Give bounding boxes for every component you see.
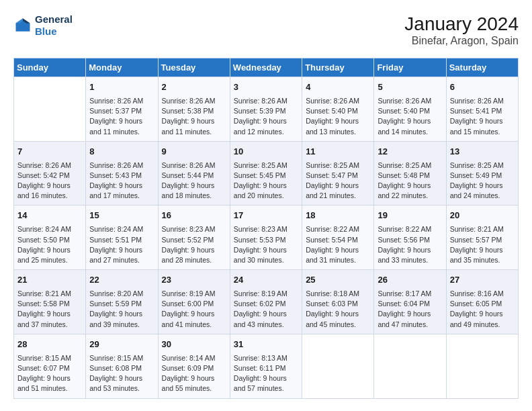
- calendar-day-cell: 31Sunrise: 8:13 AMSunset: 6:11 PMDayligh…: [230, 334, 302, 398]
- calendar-day-cell: 9Sunrise: 8:26 AMSunset: 5:44 PMDaylight…: [158, 141, 230, 205]
- day-info: Sunrise: 8:26 AMSunset: 5:42 PMDaylight:…: [17, 161, 82, 201]
- calendar-day-cell: 21Sunrise: 8:21 AMSunset: 5:58 PMDayligh…: [14, 270, 86, 334]
- day-info: Sunrise: 8:20 AMSunset: 5:59 PMDaylight:…: [89, 289, 154, 330]
- day-info: Sunrise: 8:26 AMSunset: 5:38 PMDaylight:…: [162, 96, 226, 137]
- calendar-day-cell: 20Sunrise: 8:21 AMSunset: 5:57 PMDayligh…: [446, 205, 518, 270]
- calendar-day-cell: 19Sunrise: 8:22 AMSunset: 5:56 PMDayligh…: [374, 205, 446, 270]
- calendar-day-cell: 8Sunrise: 8:26 AMSunset: 5:43 PMDaylight…: [86, 141, 158, 205]
- day-number: 22: [89, 274, 154, 287]
- calendar-day-cell: 7Sunrise: 8:26 AMSunset: 5:42 PMDaylight…: [14, 141, 86, 205]
- day-number: 6: [450, 81, 515, 94]
- day-info: Sunrise: 8:25 AMSunset: 5:48 PMDaylight:…: [378, 161, 442, 201]
- calendar-day-cell: 10Sunrise: 8:25 AMSunset: 5:45 PMDayligh…: [230, 141, 302, 205]
- day-number: 13: [450, 146, 515, 158]
- day-info: Sunrise: 8:15 AMSunset: 6:08 PMDaylight:…: [89, 353, 154, 394]
- day-info: Sunrise: 8:23 AMSunset: 5:52 PMDaylight:…: [162, 224, 226, 265]
- calendar-week-row: 7Sunrise: 8:26 AMSunset: 5:42 PMDaylight…: [14, 141, 519, 205]
- calendar-day-cell: 22Sunrise: 8:20 AMSunset: 5:59 PMDayligh…: [86, 270, 158, 334]
- day-number: 2: [162, 81, 226, 94]
- logo-icon: [13, 16, 32, 35]
- day-number: 29: [89, 338, 154, 351]
- day-info: Sunrise: 8:26 AMSunset: 5:37 PMDaylight:…: [89, 96, 154, 137]
- weekday-header: Monday: [86, 58, 158, 77]
- day-info: Sunrise: 8:26 AMSunset: 5:40 PMDaylight:…: [306, 96, 370, 137]
- calendar-day-cell: 6Sunrise: 8:26 AMSunset: 5:41 PMDaylight…: [446, 77, 518, 142]
- calendar-day-cell: 11Sunrise: 8:25 AMSunset: 5:47 PMDayligh…: [302, 141, 374, 205]
- day-info: Sunrise: 8:18 AMSunset: 6:03 PMDaylight:…: [306, 289, 370, 330]
- calendar-day-cell: [14, 77, 86, 142]
- weekday-header: Wednesday: [230, 58, 302, 77]
- day-number: 28: [17, 338, 82, 351]
- day-number: 21: [17, 274, 82, 287]
- day-number: 18: [306, 210, 370, 222]
- calendar-day-cell: 30Sunrise: 8:14 AMSunset: 6:09 PMDayligh…: [158, 334, 230, 398]
- day-info: Sunrise: 8:26 AMSunset: 5:43 PMDaylight:…: [89, 161, 154, 201]
- calendar-week-row: 21Sunrise: 8:21 AMSunset: 5:58 PMDayligh…: [14, 270, 519, 334]
- calendar-day-cell: 16Sunrise: 8:23 AMSunset: 5:52 PMDayligh…: [158, 205, 230, 270]
- calendar-day-cell: 27Sunrise: 8:16 AMSunset: 6:05 PMDayligh…: [446, 270, 518, 334]
- day-info: Sunrise: 8:26 AMSunset: 5:40 PMDaylight:…: [378, 96, 442, 137]
- weekday-header: Tuesday: [158, 58, 230, 77]
- page-title: January 2024: [404, 13, 519, 35]
- logo: General Blue: [13, 13, 73, 38]
- day-number: 7: [17, 146, 82, 158]
- calendar-day-cell: 25Sunrise: 8:18 AMSunset: 6:03 PMDayligh…: [302, 270, 374, 334]
- page-subtitle: Binefar, Aragon, Spain: [404, 35, 519, 47]
- day-number: 10: [234, 146, 298, 158]
- calendar-week-row: 14Sunrise: 8:24 AMSunset: 5:50 PMDayligh…: [14, 205, 519, 270]
- day-number: 14: [17, 210, 82, 222]
- day-info: Sunrise: 8:26 AMSunset: 5:39 PMDaylight:…: [234, 96, 298, 137]
- calendar-day-cell: [446, 334, 518, 398]
- day-info: Sunrise: 8:26 AMSunset: 5:41 PMDaylight:…: [450, 96, 515, 137]
- calendar-day-cell: [302, 334, 374, 398]
- day-number: 27: [450, 274, 515, 287]
- title-block: January 2024 Binefar, Aragon, Spain: [404, 13, 519, 47]
- day-number: 24: [234, 274, 298, 287]
- calendar-day-cell: 17Sunrise: 8:23 AMSunset: 5:53 PMDayligh…: [230, 205, 302, 270]
- calendar-table: SundayMondayTuesdayWednesdayThursdayFrid…: [13, 58, 519, 399]
- calendar-day-cell: 28Sunrise: 8:15 AMSunset: 6:07 PMDayligh…: [14, 334, 86, 398]
- day-info: Sunrise: 8:17 AMSunset: 6:04 PMDaylight:…: [378, 289, 442, 330]
- day-number: 15: [89, 210, 154, 222]
- day-number: 8: [89, 146, 154, 158]
- day-info: Sunrise: 8:14 AMSunset: 6:09 PMDaylight:…: [162, 353, 226, 394]
- day-info: Sunrise: 8:26 AMSunset: 5:44 PMDaylight:…: [162, 161, 226, 201]
- calendar-day-cell: 5Sunrise: 8:26 AMSunset: 5:40 PMDaylight…: [374, 77, 446, 142]
- day-number: 1: [89, 81, 154, 94]
- logo-text: General Blue: [35, 13, 73, 38]
- day-info: Sunrise: 8:15 AMSunset: 6:07 PMDaylight:…: [17, 353, 82, 394]
- weekday-header: Thursday: [302, 58, 374, 77]
- day-number: 11: [306, 146, 370, 158]
- day-number: 31: [234, 338, 298, 351]
- calendar-day-cell: 1Sunrise: 8:26 AMSunset: 5:37 PMDaylight…: [86, 77, 158, 142]
- day-info: Sunrise: 8:24 AMSunset: 5:51 PMDaylight:…: [89, 224, 154, 265]
- calendar-day-cell: 12Sunrise: 8:25 AMSunset: 5:48 PMDayligh…: [374, 141, 446, 205]
- calendar-week-row: 1Sunrise: 8:26 AMSunset: 5:37 PMDaylight…: [14, 77, 519, 142]
- calendar-day-cell: 15Sunrise: 8:24 AMSunset: 5:51 PMDayligh…: [86, 205, 158, 270]
- day-number: 17: [234, 210, 298, 222]
- calendar-day-cell: 14Sunrise: 8:24 AMSunset: 5:50 PMDayligh…: [14, 205, 86, 270]
- day-number: 5: [378, 81, 442, 94]
- day-info: Sunrise: 8:25 AMSunset: 5:45 PMDaylight:…: [234, 161, 298, 201]
- day-number: 12: [378, 146, 442, 158]
- day-info: Sunrise: 8:21 AMSunset: 5:57 PMDaylight:…: [450, 224, 515, 265]
- day-info: Sunrise: 8:21 AMSunset: 5:58 PMDaylight:…: [17, 289, 82, 330]
- calendar-day-cell: 2Sunrise: 8:26 AMSunset: 5:38 PMDaylight…: [158, 77, 230, 142]
- day-number: 4: [306, 81, 370, 94]
- calendar-day-cell: 26Sunrise: 8:17 AMSunset: 6:04 PMDayligh…: [374, 270, 446, 334]
- day-info: Sunrise: 8:22 AMSunset: 5:56 PMDaylight:…: [378, 224, 442, 265]
- day-number: 16: [162, 210, 226, 222]
- day-number: 19: [378, 210, 442, 222]
- weekday-header: Sunday: [14, 58, 86, 77]
- day-info: Sunrise: 8:19 AMSunset: 6:00 PMDaylight:…: [162, 289, 226, 330]
- day-number: 23: [162, 274, 226, 287]
- weekday-header: Friday: [374, 58, 446, 77]
- calendar-day-cell: 29Sunrise: 8:15 AMSunset: 6:08 PMDayligh…: [86, 334, 158, 398]
- day-info: Sunrise: 8:24 AMSunset: 5:50 PMDaylight:…: [17, 224, 82, 265]
- day-info: Sunrise: 8:22 AMSunset: 5:54 PMDaylight:…: [306, 224, 370, 265]
- day-number: 20: [450, 210, 515, 222]
- day-number: 26: [378, 274, 442, 287]
- calendar-day-cell: 23Sunrise: 8:19 AMSunset: 6:00 PMDayligh…: [158, 270, 230, 334]
- calendar-header-row: SundayMondayTuesdayWednesdayThursdayFrid…: [14, 58, 519, 77]
- day-number: 25: [306, 274, 370, 287]
